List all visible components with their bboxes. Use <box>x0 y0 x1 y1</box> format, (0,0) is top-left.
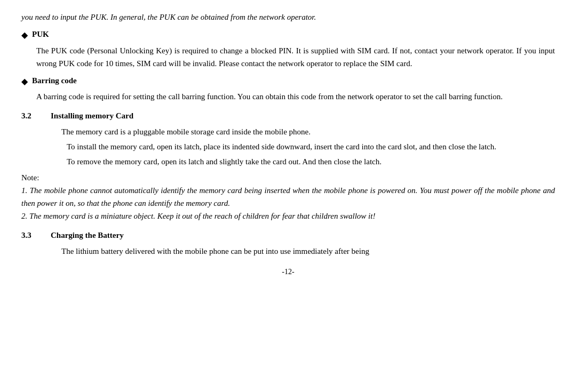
section-3-2-para-3: To remove the memory card, open its latc… <box>51 155 555 168</box>
puk-body: The PUK code (Personal Unlocking Key) is… <box>36 44 555 70</box>
note-label: Note: <box>21 171 555 184</box>
barring-body: A barring code is required for setting t… <box>36 90 555 103</box>
note-2: 2. The memory card is a miniature object… <box>21 210 555 222</box>
section-3-2-title: Installing memory Card <box>51 109 133 122</box>
section-3-3-para-1: The lithium battery delivered with the m… <box>51 245 555 258</box>
barring-title: Barring code <box>32 74 77 87</box>
note-section: Note: 1. The mobile phone cannot automat… <box>21 171 555 222</box>
section-3-3-heading: 3.3 Charging the Battery <box>21 229 555 242</box>
puk-section: ◆ PUK The PUK code (Personal Unlocking K… <box>21 28 555 70</box>
section-3-3-title: Charging the Battery <box>51 229 124 242</box>
section-3-2-para-1: The memory card is a pluggable mobile st… <box>51 125 555 138</box>
section-3-3-number: 3.3 <box>21 229 51 242</box>
page-number: -12- <box>21 266 555 278</box>
section-3-2-number: 3.2 <box>21 109 51 122</box>
section-3-3-body: The lithium battery delivered with the m… <box>51 245 555 258</box>
page-content: you need to input the PUK. In general, t… <box>21 11 555 278</box>
puk-title: PUK <box>32 28 49 41</box>
section-3-2-heading: 3.2 Installing memory Card <box>21 109 555 122</box>
barring-section: ◆ Barring code A barring code is require… <box>21 74 555 103</box>
bullet-diamond-barring: ◆ <box>21 75 28 89</box>
bullet-diamond-puk: ◆ <box>21 28 28 42</box>
intro-text: you need to input the PUK. In general, t… <box>21 11 555 23</box>
note-1: 1. The mobile phone cannot automatically… <box>21 184 555 210</box>
section-3-2-para-2: To install the memory card, open its lat… <box>51 140 555 153</box>
section-3-2-body: The memory card is a pluggable mobile st… <box>51 125 555 168</box>
